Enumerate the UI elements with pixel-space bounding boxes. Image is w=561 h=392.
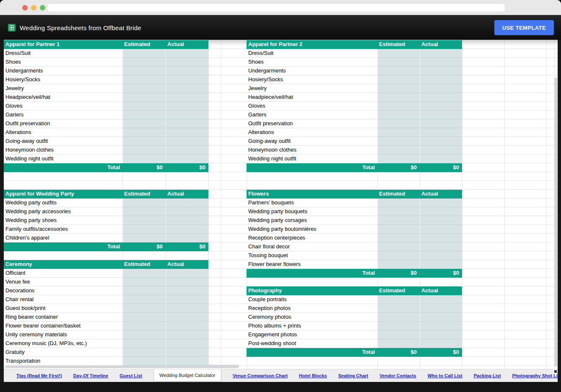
item-name-cell[interactable]: Venue fee — [4, 278, 122, 286]
item-name-cell[interactable]: Dress/Suit — [247, 49, 377, 58]
total-actual-cell[interactable]: $0 — [166, 242, 208, 251]
estimated-cell[interactable] — [377, 58, 420, 67]
estimated-cell[interactable] — [122, 295, 166, 304]
actual-cell[interactable] — [420, 339, 462, 348]
item-name-cell[interactable]: Undergarments — [247, 67, 377, 75]
actual-cell[interactable] — [166, 234, 208, 242]
actual-cell[interactable] — [166, 128, 208, 137]
item-name-cell[interactable]: Couple portraits — [247, 295, 377, 304]
actual-cell[interactable] — [166, 295, 208, 304]
item-name-cell[interactable]: Garters — [4, 111, 122, 119]
estimated-cell[interactable] — [377, 242, 420, 251]
item-name-cell[interactable]: Hosiery/Socks — [247, 75, 377, 84]
item-name-cell[interactable]: Shoes — [247, 58, 377, 67]
item-name-cell[interactable]: Gratuity — [4, 348, 122, 357]
actual-cell[interactable] — [166, 137, 208, 146]
actual-cell[interactable] — [420, 322, 462, 330]
estimated-header-cell[interactable]: Estimated — [377, 190, 420, 199]
estimated-cell[interactable] — [122, 330, 166, 339]
estimated-cell[interactable] — [122, 58, 166, 67]
actual-cell[interactable] — [420, 137, 462, 146]
estimated-cell[interactable] — [377, 137, 420, 146]
item-name-cell[interactable]: Wedding party boutonnières — [247, 225, 377, 234]
sheet-tab-packing-list[interactable]: Packing List — [474, 373, 501, 378]
actual-cell[interactable] — [420, 216, 462, 225]
item-name-cell[interactable]: Flower bearer container/basket — [4, 322, 122, 330]
estimated-cell[interactable] — [122, 322, 166, 330]
actual-header-cell[interactable]: Actual — [166, 190, 208, 199]
total-actual-cell[interactable]: $0 — [420, 348, 462, 357]
estimated-cell[interactable] — [377, 146, 420, 155]
actual-cell[interactable] — [166, 93, 208, 102]
item-name-cell[interactable]: Wedding night outfit — [247, 155, 377, 163]
estimated-cell[interactable] — [122, 111, 166, 119]
estimated-cell[interactable] — [122, 137, 166, 146]
sheet-tab-seating-chart[interactable]: Seating Chart — [338, 373, 369, 378]
estimated-cell[interactable] — [122, 225, 166, 234]
actual-cell[interactable] — [420, 242, 462, 251]
actual-cell[interactable] — [166, 58, 208, 67]
actual-cell[interactable] — [420, 251, 462, 260]
estimated-cell[interactable] — [122, 93, 166, 102]
actual-cell[interactable] — [166, 207, 208, 216]
item-name-cell[interactable]: Partners' bouquets — [247, 199, 377, 207]
actual-cell[interactable] — [420, 75, 462, 84]
actual-header-cell[interactable]: Actual — [420, 40, 462, 49]
actual-cell[interactable] — [420, 49, 462, 58]
section-title-cell[interactable]: Photography — [247, 286, 377, 295]
total-estimated-cell[interactable]: $0 — [122, 242, 166, 251]
estimated-cell[interactable] — [122, 286, 166, 295]
section-title-cell[interactable]: Apparel for Partner 2 — [247, 40, 377, 49]
total-actual-cell[interactable]: $0 — [166, 163, 208, 172]
item-name-cell[interactable]: Ceremony photos — [247, 313, 377, 322]
actual-cell[interactable] — [420, 155, 462, 163]
estimated-cell[interactable] — [122, 128, 166, 137]
actual-cell[interactable] — [166, 216, 208, 225]
section-title-cell[interactable]: Apparel for Partner 1 — [4, 40, 122, 49]
total-label-cell[interactable]: Total — [247, 348, 377, 357]
actual-header-cell[interactable]: Actual — [420, 286, 462, 295]
total-label-cell[interactable]: Total — [4, 242, 122, 251]
estimated-cell[interactable] — [122, 234, 166, 242]
actual-cell[interactable] — [166, 199, 208, 207]
actual-cell[interactable] — [166, 313, 208, 322]
item-name-cell[interactable]: Gloves — [247, 102, 377, 111]
estimated-cell[interactable] — [122, 49, 166, 58]
total-estimated-cell[interactable]: $0 — [377, 348, 420, 357]
actual-cell[interactable] — [166, 119, 208, 128]
item-name-cell[interactable]: Chair floral decor — [247, 242, 377, 251]
actual-cell[interactable] — [166, 330, 208, 339]
estimated-cell[interactable] — [122, 216, 166, 225]
use-template-button[interactable]: USE TEMPLATE — [494, 20, 554, 35]
item-name-cell[interactable]: Ring bearer container — [4, 313, 122, 322]
actual-cell[interactable] — [166, 269, 208, 278]
estimated-cell[interactable] — [122, 313, 166, 322]
estimated-header-cell[interactable]: Estimated — [122, 40, 166, 49]
item-name-cell[interactable]: Wedding party corsages — [247, 216, 377, 225]
estimated-cell[interactable] — [122, 119, 166, 128]
spreadsheet-viewport[interactable]: Apparel for Partner 1EstimatedActualDres… — [4, 40, 558, 369]
item-name-cell[interactable]: Alterations — [247, 128, 377, 137]
actual-cell[interactable] — [166, 348, 208, 357]
sheet-tab-guest-list[interactable]: Guest List — [119, 373, 142, 378]
estimated-cell[interactable] — [377, 67, 420, 75]
item-name-cell[interactable]: Guest book/print — [4, 304, 122, 313]
actual-cell[interactable] — [420, 330, 462, 339]
actual-cell[interactable] — [166, 286, 208, 295]
actual-cell[interactable] — [420, 225, 462, 234]
actual-cell[interactable] — [420, 111, 462, 119]
actual-cell[interactable] — [420, 119, 462, 128]
item-name-cell[interactable]: Dress/Suit — [4, 49, 122, 58]
active-sheet-tab-wedding-budget-calculator[interactable]: Wedding Budget Calculator — [153, 369, 221, 382]
estimated-cell[interactable] — [122, 269, 166, 278]
item-name-cell[interactable]: Jewelry — [4, 84, 122, 93]
actual-cell[interactable] — [420, 313, 462, 322]
item-name-cell[interactable]: Honeymoon clothes — [247, 146, 377, 155]
sheet-tab-hotel-blocks[interactable]: Hotel Blocks — [299, 373, 327, 378]
estimated-cell[interactable] — [377, 128, 420, 137]
estimated-cell[interactable] — [122, 339, 166, 348]
item-name-cell[interactable]: Post-wedding shoot — [247, 339, 377, 348]
section-title-cell[interactable]: Flowers — [247, 190, 377, 199]
item-name-cell[interactable]: Tossing bouquet — [247, 251, 377, 260]
item-name-cell[interactable]: Headpiece/veil/hat — [4, 93, 122, 102]
